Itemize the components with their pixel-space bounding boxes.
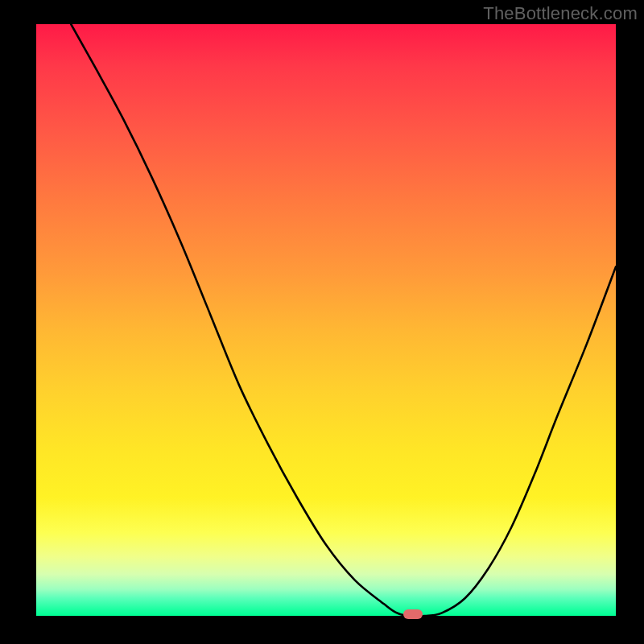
- optimal-point-marker: [403, 609, 423, 619]
- watermark-text: TheBottleneck.com: [483, 3, 638, 24]
- bottleneck-curve: [36, 24, 616, 616]
- chart-plot-area: [36, 24, 616, 616]
